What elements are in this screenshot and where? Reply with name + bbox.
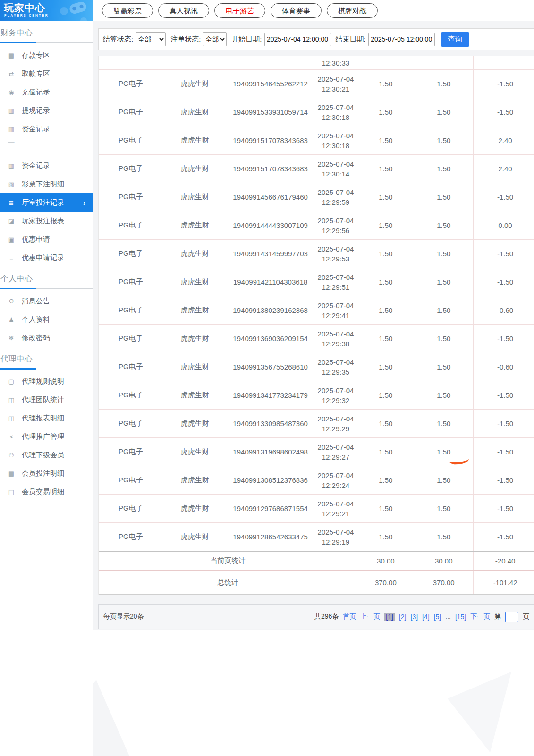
page-link-page-3[interactable]: [3] — [411, 613, 418, 621]
cell-date-line: 2025-07-04 — [318, 301, 354, 311]
sidebar-item-member-bet-detail[interactable]: ▤ 会员投注明细 — [0, 464, 93, 483]
cell-order-id: 1940991286542633475 — [227, 523, 314, 551]
menu-list-icon: ≣ — [7, 199, 16, 206]
cell-time-line: 12:29:21 — [322, 509, 349, 519]
page-jump-input[interactable] — [505, 612, 518, 622]
order-status-label: 注单状态: — [170, 35, 201, 44]
sidebar-item-promo-apply-record[interactable]: ≡ 优惠申请记录 — [0, 249, 93, 267]
sidebar-item-lottery-bet-detail[interactable]: ▧ 彩票下注明细 — [0, 175, 93, 193]
start-date-input[interactable] — [264, 33, 331, 46]
last-page-link[interactable]: [15] — [455, 613, 466, 621]
cell-date-line: 2025-07-04 — [318, 470, 354, 480]
clipboard-icon: ▤ — [7, 470, 16, 477]
cell-datetime: 2025-07-04 12:29:29 — [314, 410, 358, 437]
cell-valid-bet: 1.50 — [414, 523, 474, 551]
cell-bet-amount: 1.50 — [357, 268, 414, 296]
cell-provider: PG电子 — [99, 240, 163, 268]
cell-provider: PG电子 — [99, 211, 163, 239]
sidebar-item-recharge-record[interactable]: ◉ 充值记录 — [0, 83, 93, 101]
cell-time-line: 12:29:32 — [322, 395, 349, 405]
cell-time-line: 12:29:35 — [322, 367, 349, 377]
sidebar-item-member-trade-detail[interactable]: ▤ 会员交易明细 — [0, 483, 93, 501]
first-page-link[interactable]: 首页 — [343, 613, 356, 621]
table-row: PG电子 虎虎生财 1940991297686871554 2025-07-04… — [99, 495, 534, 523]
prev-page-link[interactable]: 上一页 — [360, 613, 380, 621]
sidebar-item-change-password[interactable]: ✻ 修改密码 — [0, 329, 93, 347]
sidebar-item-player-bet-report[interactable]: ◪ 玩家投注报表 — [0, 212, 93, 230]
cell-provider: PG电子 — [99, 70, 163, 98]
tab-board-games[interactable]: 棋牌对战 — [327, 3, 378, 18]
grand-total-label: 总统计 — [99, 571, 357, 594]
sidebar-item-promo-apply[interactable]: ▣ 优惠申请 — [0, 230, 93, 249]
table-row: PG电子 虎虎生财 1940991380239162368 2025-07-04… — [99, 296, 534, 325]
cell-game: 虎虎生财 — [163, 325, 227, 353]
sidebar-item-withdraw-zone[interactable]: ⇄ 取款专区 — [0, 65, 93, 83]
pagination-bar: 每页显示20条 共296条 首页 上一页 [1] [2] [3] [4] [5]… — [98, 604, 534, 629]
cell-game: 虎虎生财 — [163, 126, 227, 154]
sidebar-item-personal-profile[interactable]: ♟ 个人资料 — [0, 311, 93, 329]
sidebar-item-partial-item[interactable]: ▬ — [0, 138, 93, 144]
sidebar-item-agent-promotion[interactable]: < 代理推广管理 — [0, 428, 93, 446]
cell-datetime: 2025-07-04 12:29:59 — [314, 183, 358, 211]
sidebar-item-label: 修改密码 — [22, 334, 50, 343]
cell-datetime: 2025-07-04 12:29:27 — [314, 438, 358, 466]
cell-bet-amount: 1.50 — [357, 183, 414, 211]
tab-electronic-games[interactable]: 电子游艺 — [214, 3, 265, 18]
cell-datetime: 2025-07-04 12:30:18 — [314, 126, 358, 154]
brand-title: 玩家中心 — [4, 1, 45, 15]
page-total-row: 当前页统计 30.00 30.00 -20.40 — [99, 551, 534, 571]
sidebar-item-deposit-zone[interactable]: ▤ 存款专区 — [0, 46, 93, 65]
cell-winloss: -0.60 — [474, 296, 534, 324]
next-page-link[interactable]: 下一页 — [470, 613, 490, 621]
sidebar-item-hall-bet-record[interactable]: ≣ 厅室投注记录 › — [0, 193, 93, 212]
cell-winloss: -1.50 — [474, 268, 534, 296]
grand-total-bet: 370.00 — [357, 571, 414, 594]
sidebar-item-agent-sub-members[interactable]: ⚇ 代理下级会员 — [0, 446, 93, 464]
cell-provider: PG电子 — [99, 438, 163, 466]
sidebar-item-funds-record-2[interactable]: ▦ 资金记录 — [0, 157, 93, 175]
page-link-page-2[interactable]: [2] — [399, 613, 407, 621]
cell-valid-bet: 1.50 — [414, 466, 474, 494]
cell-order-id — [227, 56, 314, 69]
clipboard-icon: ▤ — [7, 488, 16, 496]
tab-sports-events[interactable]: 体育赛事 — [271, 3, 322, 18]
sidebar-item-message-notice[interactable]: Ω 消息公告 — [0, 292, 93, 311]
table-row: PG电子 虎虎生财 1940991431459997703 2025-07-04… — [99, 240, 534, 268]
cell-datetime: 2025-07-04 12:29:41 — [314, 296, 358, 324]
cell-bet-amount: 1.50 — [357, 325, 414, 353]
page-link-page-5[interactable]: [5] — [434, 613, 441, 621]
end-date-input[interactable] — [368, 33, 435, 46]
page-links: [2] [3] [4] [5] — [399, 613, 441, 621]
cell-winloss: -1.50 — [474, 495, 534, 522]
search-button[interactable]: 查询 — [441, 32, 469, 47]
cell-provider: PG电子 — [99, 353, 163, 381]
cell-time-line: 12:29:27 — [322, 452, 349, 462]
cell-order-id: 1940991456676179460 — [227, 183, 314, 211]
cell-valid-bet — [414, 56, 474, 69]
cell-winloss: -1.50 — [474, 466, 534, 494]
sidebar-item-label: 代理推广管理 — [22, 432, 64, 441]
section-title-finance: 财务中心 — [0, 21, 93, 43]
order-status-select[interactable]: 全部 — [203, 32, 227, 46]
tab-shuangying-lottery[interactable]: 雙赢彩票 — [102, 3, 153, 18]
sidebar-item-agent-team-stats[interactable]: ◫ 代理团队统计 — [0, 391, 93, 409]
cell-winloss: -0.60 — [474, 353, 534, 381]
table-row: PG电子 虎虎生财 1940991456676179460 2025-07-04… — [99, 183, 534, 211]
table-row: PG电子 虎虎生财 1940991286542633475 2025-07-04… — [99, 523, 534, 551]
cell-order-id: 1940991369036209154 — [227, 325, 314, 353]
cell-date-line: 2025-07-04 — [318, 442, 354, 452]
jump-suffix-label: 页 — [523, 613, 529, 621]
sidebar-item-agent-report-detail[interactable]: ◫ 代理报表明细 — [0, 409, 93, 428]
cell-time-line: 12:30:21 — [322, 84, 349, 94]
sidebar-item-funds-record[interactable]: ▦ 资金记录 — [0, 120, 93, 138]
sidebar-item-agent-rules[interactable]: ▢ 代理规则说明 — [0, 372, 93, 391]
cell-date-line: 2025-07-04 — [318, 414, 354, 424]
page-link-page-4[interactable]: [4] — [422, 613, 430, 621]
current-page-indicator[interactable]: [1] — [384, 613, 395, 621]
tab-live-casino[interactable]: 真人视讯 — [158, 3, 209, 18]
hand-money-icon: ⇄ — [7, 70, 16, 77]
settle-status-select[interactable]: 全部 — [136, 32, 166, 46]
chevron-right-icon: › — [83, 199, 85, 207]
sidebar-item-withdraw-record[interactable]: ▥ 提现记录 — [0, 101, 93, 120]
cell-date-line: 2025-07-04 — [318, 499, 354, 509]
